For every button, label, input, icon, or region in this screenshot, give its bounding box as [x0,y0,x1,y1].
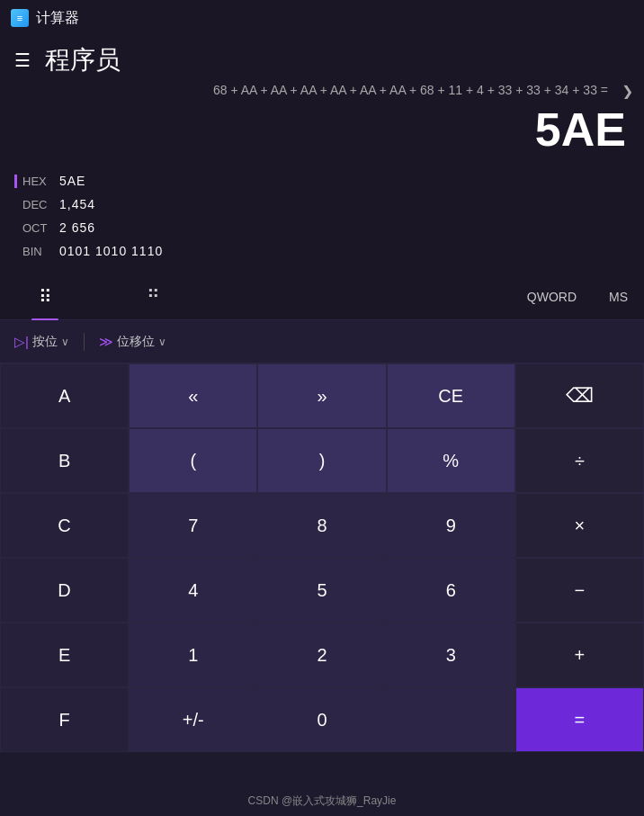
calc-btn-3[interactable]: 3 [387,623,515,687]
calc-btn-9[interactable]: 9 [387,493,515,558]
calc-btn-0[interactable]: 0 [257,687,386,752]
bases-panel: HEX 5AE DEC 1,454 OCT 2 656 BIN 0101 101… [0,166,644,273]
calc-btn-_[interactable]: × [515,493,644,558]
calc-btn-2[interactable]: 2 [257,623,386,687]
qword-button[interactable]: QWORD [520,286,584,308]
base-row-dec[interactable]: DEC 1,454 [14,193,630,216]
tab-extra[interactable]: ⠛ [126,273,180,320]
base-value-bin: 0101 1010 1110 [59,244,163,258]
app-title: 计算器 [36,9,79,28]
calc-btn-A[interactable]: A [0,363,129,428]
calc-btn-_[interactable]: + [515,623,644,687]
base-row-oct[interactable]: OCT 2 656 [14,216,630,239]
shift-chevron: ∨ [158,336,166,348]
calc-btn-B[interactable]: B [0,428,129,493]
calc-btn-_[interactable]: = [515,687,644,752]
calc-btn-D[interactable]: D [0,558,129,623]
header: ☰ 程序员 [0,36,644,81]
base-label-bin: BIN [14,245,59,258]
hamburger-icon[interactable]: ☰ [14,49,31,71]
calc-btn-C[interactable]: C [0,493,129,558]
calc-btn-_[interactable]: ⌫ [515,363,644,428]
calc-btn-CE[interactable]: CE [387,363,515,428]
base-value-oct: 2 656 [59,220,95,235]
base-value-dec: 1,454 [59,197,95,211]
calc-btn-4[interactable]: 4 [129,558,257,623]
base-value-hex: 5AE [59,174,85,188]
calc-btn-F[interactable]: F [0,687,129,752]
toolbar: ⠿ ⠛ QWORD MS [0,273,644,320]
expression-arrow: ❯ [622,83,633,99]
calc-btn-E[interactable]: E [0,623,129,687]
bitwise-control[interactable]: ▷| 按位 ∨ [14,334,69,350]
calculator-grid: A«»CE⌫B()%÷C789×D456−E123+F+/-0= [0,363,644,752]
controls-bar: ▷| 按位 ∨ ≫ 位移位 ∨ [0,320,644,363]
calc-btn-_[interactable]: % [387,428,515,493]
calc-btn-1[interactable]: 1 [129,623,257,687]
controls-divider [84,333,85,351]
shift-control[interactable]: ≫ 位移位 ∨ [99,334,166,350]
tab-numpad[interactable]: ⠿ [18,273,72,320]
shift-icon: ≫ [99,334,113,350]
base-label-dec: DEC [14,198,59,211]
expression-bar: 68 + AA + AA + AA + AA + AA + AA + 68 + … [0,81,644,99]
calc-btn-8[interactable]: 8 [257,493,386,558]
result-value: 5AE [535,103,626,156]
titlebar: ≡ 计算器 [0,0,644,36]
base-row-hex[interactable]: HEX 5AE [14,169,630,193]
bitwise-chevron: ∨ [61,336,69,348]
calc-btn-_[interactable]: ( [129,428,257,493]
calc-btn-_[interactable]: « [129,363,257,428]
calc-btn-5[interactable]: 5 [257,558,386,623]
app-icon: ≡ [11,9,29,27]
watermark: CSDN @嵌入式攻城狮_RayJie [0,794,644,809]
result-bar: 5AE [0,99,644,166]
bitwise-label: 按位 [32,334,58,350]
calc-btn-_[interactable]: ÷ [515,428,644,493]
calc-btn-_[interactable]: ) [257,428,386,493]
mode-title: 程序员 [45,43,121,77]
ms-button[interactable]: MS [602,286,635,308]
calc-btn-_[interactable]: » [257,363,386,428]
numpad-icon: ⠿ [39,286,52,308]
calc-btn-_[interactable]: − [515,558,644,623]
calc-btn-___[interactable]: +/- [129,687,257,752]
base-row-bin[interactable]: BIN 0101 1010 1110 [14,239,630,263]
shift-label: 位移位 [117,334,155,350]
base-label-hex: HEX [14,175,59,188]
base-label-oct: OCT [14,221,59,235]
calc-btn-6[interactable]: 6 [387,558,515,623]
calc-btn-7[interactable]: 7 [129,493,257,558]
extra-icon: ⠛ [147,286,160,308]
calc-btn-empty[interactable] [387,687,515,752]
bitwise-icon: ▷| [14,334,29,350]
expression-text: 68 + AA + AA + AA + AA + AA + AA + 68 + … [213,83,608,97]
